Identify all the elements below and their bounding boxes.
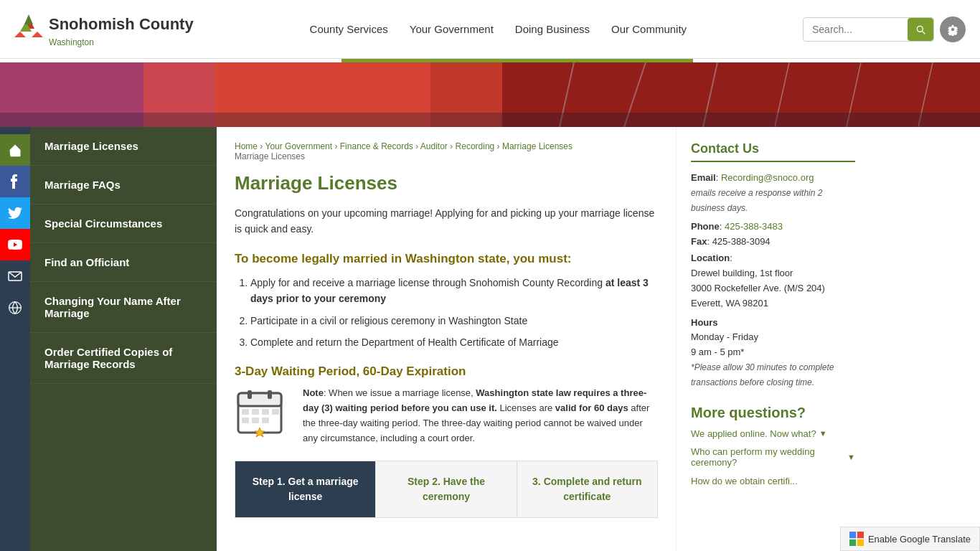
breadcrumb-recording[interactable]: Recording bbox=[456, 141, 495, 151]
location-label: Location bbox=[691, 253, 730, 263]
search-icon bbox=[915, 24, 926, 35]
intro-text: Congratulations on your upcoming marriag… bbox=[235, 205, 658, 237]
main-nav: County Services Your Government Doing Bu… bbox=[310, 23, 687, 35]
breadcrumb-marriage-licenses[interactable]: Marriage Licenses bbox=[502, 141, 573, 151]
svg-rect-15 bbox=[0, 113, 980, 127]
breadcrumb-your-govt[interactable]: Your Government bbox=[265, 141, 332, 151]
waiting-note-label: Note bbox=[303, 387, 324, 398]
location-line-3: Everett, WA 98201 bbox=[691, 298, 768, 309]
sidebar-item-marriage-licenses[interactable]: Marriage Licenses bbox=[30, 127, 217, 166]
svg-rect-30 bbox=[262, 418, 269, 423]
globe-button[interactable] bbox=[0, 292, 30, 324]
waiting-heading: 3-Day Waiting Period, 60-Day Expiration bbox=[235, 364, 658, 379]
svg-rect-32 bbox=[849, 532, 856, 538]
phone-link[interactable]: 425-388-3483 bbox=[725, 221, 783, 232]
contact-email-row: Email: Recording@snoco.org emails receiv… bbox=[691, 171, 855, 215]
faq-link-2[interactable]: Who can perform my wedding ceremony? ▼ bbox=[691, 446, 855, 468]
youtube-icon bbox=[8, 240, 22, 250]
left-sidebar-nav: Marriage Licenses Marriage FAQs Special … bbox=[30, 127, 217, 551]
logo-area: Snohomish County Washington bbox=[14, 11, 194, 47]
steps-row: Step 1. Get a marriage license Step 2. H… bbox=[235, 461, 658, 518]
twitter-icon bbox=[8, 207, 22, 219]
svg-marker-31 bbox=[255, 428, 265, 437]
search-area bbox=[803, 17, 966, 42]
breadcrumb-auditor[interactable]: Auditor bbox=[420, 141, 448, 151]
main-content: Home › Your Government › Finance & Recor… bbox=[217, 127, 676, 551]
step-3[interactable]: 3. Complete and return certificate bbox=[517, 461, 657, 517]
step-2[interactable]: Step 2. Have the ceremony bbox=[376, 461, 517, 517]
sidebar-item-order-copies[interactable]: Order Certified Copies of Marriage Recor… bbox=[30, 333, 217, 384]
translate-label: Enable Google Translate bbox=[868, 534, 971, 545]
sidebar-item-marriage-faqs[interactable]: Marriage FAQs bbox=[30, 166, 217, 204]
legal-step-3: Complete and return the Department of He… bbox=[250, 334, 658, 350]
logo-name: Snohomish County bbox=[49, 15, 194, 34]
svg-rect-33 bbox=[857, 532, 864, 538]
hero-svg bbox=[0, 62, 980, 127]
search-input[interactable] bbox=[804, 18, 908, 41]
page-title: Marriage Licenses bbox=[235, 172, 658, 194]
home-icon bbox=[8, 143, 22, 157]
contact-box: Contact Us Email: Recording@snoco.org em… bbox=[691, 141, 855, 390]
youtube-button[interactable] bbox=[0, 229, 30, 260]
logo-text: Snohomish County bbox=[14, 11, 194, 37]
fax-number: 425-388-3094 bbox=[712, 236, 771, 247]
svg-rect-27 bbox=[272, 409, 279, 415]
breadcrumb-home[interactable]: Home bbox=[235, 141, 258, 151]
svg-rect-25 bbox=[252, 409, 259, 415]
facebook-icon bbox=[11, 174, 19, 189]
svg-rect-24 bbox=[242, 409, 249, 415]
breadcrumb-current: Marriage Licenses bbox=[235, 151, 305, 161]
legal-step-1-bold: at least 3 days prior to your ceremony bbox=[250, 277, 649, 304]
contact-hours-row: Hours Monday - Friday 9 am - 5 pm* *Plea… bbox=[691, 316, 855, 390]
sidebar-item-special-circumstances[interactable]: Special Circumstances bbox=[30, 204, 217, 243]
breadcrumb-finance[interactable]: Finance & Records bbox=[340, 141, 413, 151]
step-1[interactable]: Step 1. Get a marriage license bbox=[235, 461, 376, 517]
fax-label: Fax bbox=[691, 236, 707, 247]
faq-chevron-2: ▼ bbox=[847, 453, 855, 461]
email-note: emails receive a response within 2 busin… bbox=[691, 188, 822, 213]
contact-fax-row: Fax: 425-388-3094 bbox=[691, 236, 855, 247]
contact-location-row: Location: Drewel building, 1st floor 300… bbox=[691, 251, 855, 311]
nav-county-services[interactable]: County Services bbox=[310, 23, 388, 35]
contact-title: Contact Us bbox=[691, 141, 855, 162]
faq-item-2: Who can perform my wedding ceremony? ▼ bbox=[691, 446, 855, 468]
svg-marker-2 bbox=[32, 32, 43, 37]
sidebar-item-find-officiant[interactable]: Find an Officiant bbox=[30, 243, 217, 282]
logo-sub: Washington bbox=[49, 37, 94, 47]
valid-60-days: valid for 60 days bbox=[555, 402, 628, 413]
svg-marker-0 bbox=[14, 32, 26, 37]
svg-marker-4 bbox=[24, 14, 33, 24]
nav-our-community[interactable]: Our Community bbox=[611, 23, 687, 35]
email-link[interactable]: Recording@snoco.org bbox=[721, 172, 814, 183]
svg-rect-20 bbox=[238, 393, 281, 406]
twitter-button[interactable] bbox=[0, 197, 30, 229]
legal-step-2: Participate in a civil or religious cere… bbox=[250, 313, 658, 329]
faq-item-3: How do we obtain certifi... bbox=[691, 475, 855, 486]
hours-label: Hours bbox=[691, 317, 718, 328]
settings-button[interactable] bbox=[940, 17, 966, 42]
main-layout: Marriage Licenses Marriage FAQs Special … bbox=[0, 127, 980, 551]
hours-note: *Please allow 30 minutes to complete tra… bbox=[691, 362, 834, 387]
location-line-1: Drewel building, 1st floor bbox=[691, 268, 793, 278]
sidebar-item-changing-name[interactable]: Changing Your Name After Marriage bbox=[30, 282, 217, 333]
search-button[interactable] bbox=[908, 18, 933, 41]
header: Snohomish County Washington County Servi… bbox=[0, 0, 980, 59]
email-button[interactable] bbox=[0, 260, 30, 292]
facebook-button[interactable] bbox=[0, 166, 30, 197]
faq-link-3[interactable]: How do we obtain certifi... bbox=[691, 476, 798, 486]
legal-heading: To become legally married in Washington … bbox=[235, 252, 658, 266]
svg-rect-34 bbox=[849, 540, 856, 546]
social-sidebar bbox=[0, 127, 30, 551]
home-social-button[interactable] bbox=[0, 134, 30, 166]
hours-days: Monday - Friday bbox=[691, 331, 758, 342]
svg-rect-23 bbox=[268, 390, 272, 399]
legal-steps-list: Apply for and receive a marriage license… bbox=[250, 275, 658, 351]
right-sidebar: Contact Us Email: Recording@snoco.org em… bbox=[676, 127, 870, 551]
phone-label: Phone bbox=[691, 221, 720, 232]
nav-doing-business[interactable]: Doing Business bbox=[515, 23, 590, 35]
nav-your-government[interactable]: Your Government bbox=[410, 23, 494, 35]
email-icon bbox=[8, 271, 22, 281]
faq-link-1[interactable]: We applied online. Now what? ▼ bbox=[691, 428, 855, 439]
breadcrumb: Home › Your Government › Finance & Recor… bbox=[235, 141, 658, 161]
translate-bar[interactable]: Enable Google Translate bbox=[840, 527, 980, 551]
